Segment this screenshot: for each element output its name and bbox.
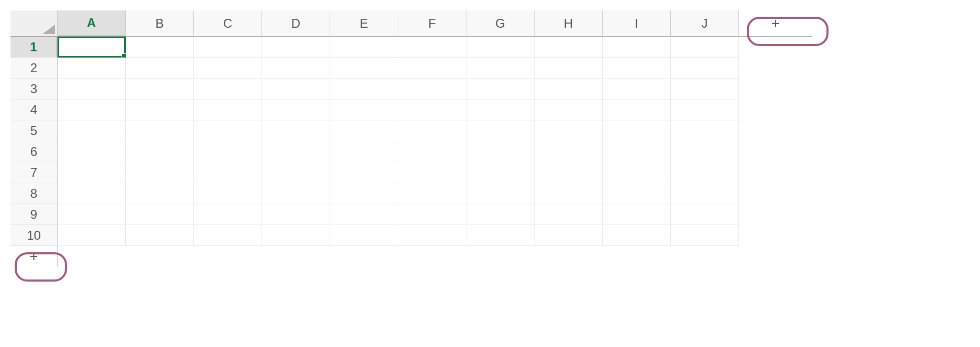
row-header-1[interactable]: 1 — [10, 37, 58, 58]
cell-h5[interactable] — [535, 120, 603, 141]
cell-h6[interactable] — [535, 141, 603, 162]
cell-c8[interactable] — [194, 183, 262, 204]
row-header-9[interactable]: 9 — [10, 204, 58, 225]
cell-c3[interactable] — [194, 79, 262, 99]
cell-j7[interactable] — [671, 162, 739, 183]
cell-f6[interactable] — [398, 141, 466, 162]
cell-d7[interactable] — [262, 162, 330, 183]
cell-c6[interactable] — [194, 141, 262, 162]
cell-e8[interactable] — [330, 183, 398, 204]
cell-d10[interactable] — [262, 225, 330, 246]
cell-c4[interactable] — [194, 99, 262, 120]
cell-d9[interactable] — [262, 204, 330, 225]
cell-b8[interactable] — [126, 183, 194, 204]
cell-i5[interactable] — [603, 120, 671, 141]
cell-j6[interactable] — [671, 141, 739, 162]
column-header-f[interactable]: F — [398, 10, 466, 37]
cell-a10[interactable] — [58, 225, 126, 246]
cell-j10[interactable] — [671, 225, 739, 246]
cell-f1[interactable] — [398, 37, 466, 58]
cell-g10[interactable] — [466, 225, 535, 246]
cell-j4[interactable] — [671, 99, 739, 120]
cell-f3[interactable] — [398, 79, 466, 99]
cell-f7[interactable] — [398, 162, 466, 183]
cell-g1[interactable] — [466, 37, 535, 58]
column-header-b[interactable]: B — [126, 10, 194, 37]
cell-g2[interactable] — [466, 58, 535, 79]
column-header-h[interactable]: H — [535, 10, 603, 37]
column-header-e[interactable]: E — [330, 10, 398, 37]
cell-c10[interactable] — [194, 225, 262, 246]
cell-a7[interactable] — [58, 162, 126, 183]
cell-a4[interactable] — [58, 99, 126, 120]
cell-e10[interactable] — [330, 225, 398, 246]
row-header-3[interactable]: 3 — [10, 79, 58, 99]
cell-a3[interactable] — [58, 79, 126, 99]
cell-j1[interactable] — [671, 37, 739, 58]
cell-i4[interactable] — [603, 99, 671, 120]
row-header-8[interactable]: 8 — [10, 183, 58, 204]
cell-e5[interactable] — [330, 120, 398, 141]
cell-f10[interactable] — [398, 225, 466, 246]
cell-e3[interactable] — [330, 79, 398, 99]
cell-h1[interactable] — [535, 37, 603, 58]
cell-j9[interactable] — [671, 204, 739, 225]
cell-j8[interactable] — [671, 183, 739, 204]
cell-a5[interactable] — [58, 120, 126, 141]
column-header-c[interactable]: C — [194, 10, 262, 37]
cell-e1[interactable] — [330, 37, 398, 58]
cell-f4[interactable] — [398, 99, 466, 120]
row-header-10[interactable]: 10 — [10, 225, 58, 246]
cell-e9[interactable] — [330, 204, 398, 225]
column-header-a[interactable]: A — [58, 10, 126, 37]
cell-c2[interactable] — [194, 58, 262, 79]
cell-j2[interactable] — [671, 58, 739, 79]
cell-g9[interactable] — [466, 204, 535, 225]
cell-d4[interactable] — [262, 99, 330, 120]
cell-a6[interactable] — [58, 141, 126, 162]
cell-h3[interactable] — [535, 79, 603, 99]
cell-d3[interactable] — [262, 79, 330, 99]
column-header-i[interactable]: I — [603, 10, 671, 37]
add-row-button[interactable]: + — [10, 246, 58, 267]
cell-a9[interactable] — [58, 204, 126, 225]
cell-i2[interactable] — [603, 58, 671, 79]
cell-d2[interactable] — [262, 58, 330, 79]
cell-i3[interactable] — [603, 79, 671, 99]
row-header-2[interactable]: 2 — [10, 58, 58, 79]
row-header-7[interactable]: 7 — [10, 162, 58, 183]
cell-c9[interactable] — [194, 204, 262, 225]
cell-b9[interactable] — [126, 204, 194, 225]
cell-c1[interactable] — [194, 37, 262, 58]
cell-a2[interactable] — [58, 58, 126, 79]
cell-a8[interactable] — [58, 183, 126, 204]
cell-b3[interactable] — [126, 79, 194, 99]
cell-h7[interactable] — [535, 162, 603, 183]
cell-b2[interactable] — [126, 58, 194, 79]
cell-f8[interactable] — [398, 183, 466, 204]
select-all-corner[interactable] — [10, 10, 58, 37]
cell-g3[interactable] — [466, 79, 535, 99]
cell-b5[interactable] — [126, 120, 194, 141]
cell-d6[interactable] — [262, 141, 330, 162]
cell-b7[interactable] — [126, 162, 194, 183]
cell-i6[interactable] — [603, 141, 671, 162]
cell-d5[interactable] — [262, 120, 330, 141]
cell-h2[interactable] — [535, 58, 603, 79]
row-header-5[interactable]: 5 — [10, 120, 58, 141]
cell-h9[interactable] — [535, 204, 603, 225]
cell-e4[interactable] — [330, 99, 398, 120]
cell-b1[interactable] — [126, 37, 194, 58]
cell-f9[interactable] — [398, 204, 466, 225]
cell-h10[interactable] — [535, 225, 603, 246]
cell-g4[interactable] — [466, 99, 535, 120]
row-header-4[interactable]: 4 — [10, 99, 58, 120]
cell-f5[interactable] — [398, 120, 466, 141]
cell-e2[interactable] — [330, 58, 398, 79]
cell-e7[interactable] — [330, 162, 398, 183]
cell-h8[interactable] — [535, 183, 603, 204]
cell-g8[interactable] — [466, 183, 535, 204]
cell-i1[interactable] — [603, 37, 671, 58]
column-header-d[interactable]: D — [262, 10, 330, 37]
cell-f2[interactable] — [398, 58, 466, 79]
